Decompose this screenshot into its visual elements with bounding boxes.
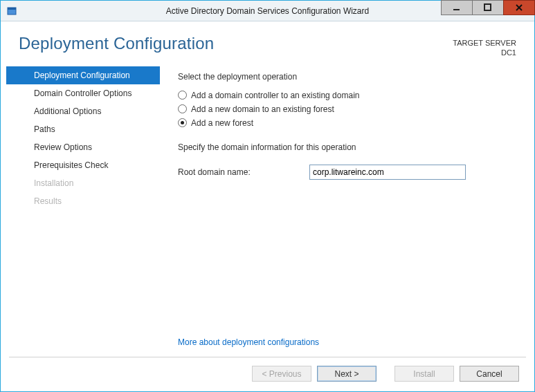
- step-installation: Installation: [6, 174, 160, 192]
- step-domain-controller-options[interactable]: Domain Controller Options: [6, 84, 160, 102]
- app-icon: [6, 6, 17, 17]
- svg-rect-3: [484, 4, 491, 10]
- page-title: Deployment Configuration: [19, 34, 214, 53]
- maximize-icon: [484, 3, 492, 12]
- step-paths[interactable]: Paths: [6, 120, 160, 138]
- info-label: Specify the domain information for this …: [178, 142, 515, 152]
- title-bar: Active Directory Domain Services Configu…: [1, 1, 534, 21]
- radio-add-dc-existing-domain[interactable]: Add a domain controller to an existing d…: [178, 91, 515, 100]
- radio-label: Add a domain controller to an existing d…: [191, 91, 359, 100]
- next-button[interactable]: Next >: [317, 366, 377, 382]
- step-deployment-configuration[interactable]: Deployment Configuration: [6, 66, 160, 84]
- svg-rect-1: [8, 8, 16, 10]
- radio-label: Add a new forest: [191, 118, 253, 128]
- window-controls: [441, 1, 534, 21]
- radio-add-domain-existing-forest[interactable]: Add a new domain to an existing forest: [178, 104, 515, 114]
- content-pane: Select the deployment operation Add a do…: [160, 65, 529, 357]
- cancel-button[interactable]: Cancel: [460, 366, 519, 382]
- svg-rect-2: [453, 9, 460, 10]
- help-link-deployment-config[interactable]: More about deployment configurations: [178, 329, 515, 357]
- radio-add-new-forest[interactable]: Add a new forest: [178, 118, 515, 128]
- install-button: Install: [395, 366, 454, 382]
- step-results: Results: [6, 192, 160, 210]
- maximize-button[interactable]: [472, 0, 504, 15]
- step-additional-options[interactable]: Additional Options: [6, 102, 160, 120]
- header: Deployment Configuration TARGET SERVER D…: [6, 24, 529, 65]
- radio-icon: [178, 118, 187, 127]
- target-server-block: TARGET SERVER DC1: [453, 34, 516, 58]
- radio-icon: [178, 104, 187, 113]
- minimize-icon: [453, 3, 461, 12]
- root-domain-label: Root domain name:: [178, 167, 309, 177]
- close-icon: [515, 3, 523, 12]
- body: Deployment Configuration Domain Controll…: [6, 65, 529, 357]
- root-domain-input[interactable]: [309, 165, 466, 180]
- target-server-label: TARGET SERVER: [453, 38, 516, 48]
- wizard-window: Active Directory Domain Services Configu…: [0, 0, 535, 392]
- step-prerequisites-check[interactable]: Prerequisites Check: [6, 156, 160, 174]
- client-area: Deployment Configuration TARGET SERVER D…: [1, 21, 534, 391]
- target-server-value: DC1: [453, 48, 516, 57]
- root-domain-row: Root domain name:: [178, 165, 515, 180]
- radio-label: Add a new domain to an existing forest: [191, 104, 334, 114]
- previous-button: < Previous: [252, 366, 311, 382]
- footer: < Previous Next > Install Cancel: [6, 357, 529, 386]
- minimize-button[interactable]: [441, 0, 473, 15]
- spacer: [178, 180, 515, 329]
- sidebar: Deployment Configuration Domain Controll…: [6, 65, 160, 357]
- operation-label: Select the deployment operation: [178, 72, 515, 82]
- close-button[interactable]: [503, 0, 535, 15]
- step-review-options[interactable]: Review Options: [6, 138, 160, 156]
- radio-icon: [178, 91, 187, 100]
